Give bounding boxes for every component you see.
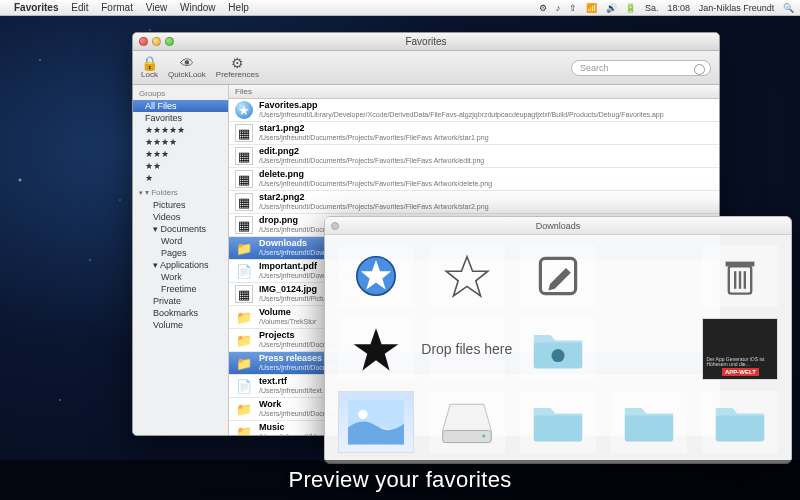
menu-help[interactable]: Help: [228, 2, 249, 13]
sidebar-item--[interactable]: ★★★: [133, 148, 228, 160]
sidebar-item-freetime[interactable]: Freetime: [133, 283, 228, 295]
sidebar: Groups All FilesFavorites★★★★★★★★★★★★★★★…: [133, 85, 229, 435]
file-path: /Users/jnfreundt/Documents/Projects/Favo…: [259, 180, 713, 188]
zoom-icon[interactable]: [165, 37, 174, 46]
preview-item-drive-icon[interactable]: [429, 391, 505, 453]
file-row[interactable]: ★Favorites.app/Users/jnfreundt/Library/D…: [229, 99, 719, 122]
menu-format[interactable]: Format: [101, 2, 133, 13]
search-placeholder: Search: [580, 63, 609, 73]
app-icon: ★: [235, 101, 253, 119]
sidebar-item-videos[interactable]: Videos: [133, 211, 228, 223]
menu-window[interactable]: Window: [180, 2, 216, 13]
svg-rect-5: [726, 262, 755, 267]
menu-left: Favorites Edit Format View Window Help: [14, 2, 259, 13]
volume-icon[interactable]: 🔊: [606, 3, 617, 13]
preview-item-star-filled-icon[interactable]: [338, 318, 414, 380]
lock-button[interactable]: 🔒 Lock: [141, 56, 158, 79]
lock-label: Lock: [141, 70, 158, 79]
file-row[interactable]: ▦star1.png2/Users/jnfreundt/Documents/Pr…: [229, 122, 719, 145]
toolbar: 🔒 Lock 👁 QuickLook ⚙ Preferences Search: [133, 51, 719, 85]
folder-icon: 📁: [235, 354, 253, 372]
sidebar-item-word[interactable]: Word: [133, 235, 228, 247]
preview-item-folder-icon[interactable]: [611, 391, 687, 453]
preview-grid: Drop files here Der App Generator iOS is…: [325, 235, 791, 463]
files-column-header[interactable]: Files: [229, 85, 719, 99]
user-name[interactable]: Jan-Niklas Freundt: [699, 3, 775, 13]
preview-item-appwelt-thumb[interactable]: Der App Generator iOS ist Höhesem und di…: [702, 318, 778, 380]
file-path: /Users/jnfreundt/Documents/Projects/Favo…: [259, 203, 713, 211]
file-row[interactable]: ▦delete.png/Users/jnfreundt/Documents/Pr…: [229, 168, 719, 191]
sidebar-item-applications[interactable]: ▾ Applications: [133, 259, 228, 271]
eye-icon: 👁: [180, 56, 194, 70]
sidebar-item-documents[interactable]: ▾ Documents: [133, 223, 228, 235]
preview-item-folder-icon[interactable]: [702, 391, 778, 453]
preview-item-trash-icon[interactable]: [702, 245, 778, 307]
file-name: delete.png: [259, 170, 713, 180]
spotlight-icon[interactable]: 🔍: [783, 3, 794, 13]
folder-icon: 📁: [235, 331, 253, 349]
preview-item-star-outline-icon[interactable]: [429, 245, 505, 307]
sidebar-item-pages[interactable]: Pages: [133, 247, 228, 259]
file-path: /Users/jnfreundt/Documents/Projects/Favo…: [259, 134, 713, 142]
svg-point-16: [482, 434, 485, 437]
quicklook-label: QuickLook: [168, 70, 206, 79]
img-icon: ▦: [235, 124, 253, 142]
sidebar-item-private[interactable]: Private: [133, 295, 228, 307]
sidebar-item--[interactable]: ★: [133, 172, 228, 184]
svg-point-11: [551, 349, 564, 362]
close-icon[interactable]: [139, 37, 148, 46]
doc-icon: 📄: [235, 377, 253, 395]
sidebar-item-favorites[interactable]: Favorites: [133, 112, 228, 124]
status-icon[interactable]: ⚙: [539, 3, 547, 13]
menu-edit[interactable]: Edit: [71, 2, 88, 13]
sidebar-item--[interactable]: ★★★★★: [133, 124, 228, 136]
preview-item-app-icon[interactable]: [338, 245, 414, 307]
svg-marker-9: [353, 328, 398, 370]
wifi-icon[interactable]: 📶: [586, 3, 597, 13]
file-row[interactable]: ▦star2.png2/Users/jnfreundt/Documents/Pr…: [229, 191, 719, 214]
svg-marker-2: [446, 257, 488, 296]
folder-icon: 📁: [235, 239, 253, 257]
sidebar-item-pictures[interactable]: Pictures: [133, 199, 228, 211]
sidebar-item-bookmarks[interactable]: Bookmarks: [133, 307, 228, 319]
preview-item-folder-icon[interactable]: [520, 391, 596, 453]
menubar-status: ⚙ ♪ ⇧ 📶 🔊 🔋 Sa. 18:08 Jan-Niklas Freundt…: [533, 2, 794, 13]
file-name: star2.png2: [259, 193, 713, 203]
titlebar[interactable]: Favorites: [133, 33, 719, 51]
svg-rect-17: [534, 415, 583, 441]
preview-titlebar[interactable]: Downloads: [325, 217, 791, 235]
preferences-button[interactable]: ⚙ Preferences: [216, 56, 259, 79]
minimize-icon[interactable]: [152, 37, 161, 46]
preview-item-photo-thumb[interactable]: [338, 391, 414, 453]
sidebar-item-volume[interactable]: Volume: [133, 319, 228, 331]
appwelt-label: APP-WELT: [722, 368, 759, 376]
menu-view[interactable]: View: [146, 2, 168, 13]
sidebar-header-folders[interactable]: ▾ Folders: [133, 184, 228, 199]
preview-item-drop-label[interactable]: Drop files here: [429, 318, 505, 380]
img-icon: ▦: [235, 216, 253, 234]
sidebar-item-work[interactable]: Work: [133, 271, 228, 283]
preview-item-edit-icon[interactable]: [520, 245, 596, 307]
battery-icon[interactable]: 🔋: [625, 3, 636, 13]
folder-icon: 📁: [235, 423, 253, 435]
svg-rect-19: [716, 415, 765, 441]
sidebar-item-all-files[interactable]: All Files: [133, 100, 228, 112]
doc-icon: 📄: [235, 262, 253, 280]
file-name: star1.png2: [259, 124, 713, 134]
sidebar-item--[interactable]: ★★★★: [133, 136, 228, 148]
folder-icon: 📁: [235, 400, 253, 418]
folder-icon: 📁: [235, 308, 253, 326]
status-icon[interactable]: ⇧: [569, 3, 577, 13]
preview-item-folder-icon[interactable]: [520, 318, 596, 380]
search-input[interactable]: Search: [571, 60, 711, 76]
status-icon[interactable]: ♪: [556, 3, 561, 13]
file-name: Favorites.app: [259, 101, 713, 111]
file-row[interactable]: ▦edit.png2/Users/jnfreundt/Documents/Pro…: [229, 145, 719, 168]
quicklook-button[interactable]: 👁 QuickLook: [168, 56, 206, 79]
lock-icon: 🔒: [141, 56, 158, 70]
img-icon: ▦: [235, 147, 253, 165]
sidebar-item--[interactable]: ★★: [133, 160, 228, 172]
clock-day: Sa.: [645, 3, 659, 13]
preview-window: Downloads Drop files here Der App Genera…: [324, 216, 792, 464]
app-menu[interactable]: Favorites: [14, 2, 58, 13]
